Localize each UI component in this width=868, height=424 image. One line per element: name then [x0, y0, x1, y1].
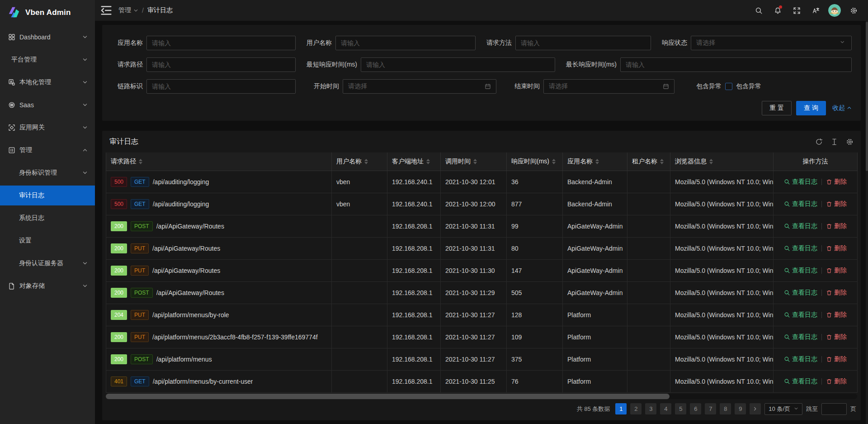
- column-header-client[interactable]: 客户端地址: [387, 152, 441, 171]
- menu-fold-icon[interactable]: [99, 4, 113, 17]
- page-button-4[interactable]: 4: [660, 403, 671, 414]
- browser-cell: Mozilla/5.0 (Windows NT 10.0; Win: [670, 237, 774, 259]
- page-button-6[interactable]: 6: [690, 403, 701, 414]
- column-header-app[interactable]: 应用名称: [563, 152, 627, 171]
- delete-button[interactable]: 删除: [826, 289, 847, 297]
- sort-icon[interactable]: [473, 159, 477, 164]
- sidebar-item-dashboard[interactable]: Dashboard: [0, 27, 95, 47]
- vertical-scrollbar-thumb[interactable]: [866, 22, 868, 171]
- sort-icon[interactable]: [660, 159, 664, 164]
- page-button-3[interactable]: 3: [645, 403, 656, 414]
- sidebar-item-object-storage[interactable]: 对象存储: [0, 276, 95, 296]
- column-header-tenant[interactable]: 租户名称: [627, 152, 670, 171]
- breadcrumb-item[interactable]: 管理: [118, 6, 138, 14]
- refresh-icon[interactable]: [815, 138, 823, 146]
- sidebar-item-platform-management[interactable]: 平台管理: [0, 50, 95, 70]
- delete-button[interactable]: 删除: [826, 178, 847, 186]
- column-header-duration[interactable]: 响应时间(ms): [507, 152, 563, 171]
- sort-icon[interactable]: [552, 159, 556, 164]
- sidebar-item-saas[interactable]: Saas: [0, 95, 95, 115]
- query-button[interactable]: 查 询: [796, 101, 826, 115]
- max-response-time-input[interactable]: [620, 57, 852, 72]
- view-log-button[interactable]: 查看日志: [784, 267, 817, 275]
- row-height-icon[interactable]: [830, 138, 838, 146]
- horizontal-scrollbar[interactable]: [106, 394, 857, 399]
- view-log-button[interactable]: 查看日志: [784, 377, 817, 386]
- delete-button[interactable]: 删除: [826, 311, 847, 319]
- horizontal-scrollbar-thumb[interactable]: [106, 394, 670, 399]
- response-status-select[interactable]: 请选择: [691, 36, 852, 50]
- sidebar-item-management[interactable]: 管理: [0, 140, 95, 160]
- pagination-total: 共 85 条数据: [577, 405, 610, 413]
- view-log-button[interactable]: 查看日志: [784, 178, 817, 186]
- view-log-button[interactable]: 查看日志: [784, 222, 817, 230]
- next-page-button[interactable]: [750, 403, 761, 414]
- trace-id-text-input[interactable]: [152, 83, 290, 90]
- page-button-1[interactable]: 1: [615, 403, 627, 414]
- request-path-text-input[interactable]: [152, 61, 290, 68]
- page-button-5[interactable]: 5: [675, 403, 686, 414]
- sidebar-item-auth-server[interactable]: 身份认证服务器: [0, 253, 95, 273]
- page-button-9[interactable]: 9: [735, 403, 746, 414]
- gear-icon[interactable]: [845, 2, 862, 19]
- fullscreen-icon[interactable]: [788, 2, 805, 19]
- jump-page-input[interactable]: [821, 403, 847, 415]
- page-button-2[interactable]: 2: [630, 403, 642, 414]
- app-name-input[interactable]: [146, 36, 296, 50]
- logo[interactable]: Vben Admin: [0, 0, 95, 25]
- sidebar-item-system-log[interactable]: 系统日志: [0, 208, 95, 228]
- delete-button[interactable]: 删除: [826, 200, 847, 208]
- delete-button[interactable]: 删除: [826, 267, 847, 275]
- app-name-text-input[interactable]: [152, 39, 290, 47]
- column-header-time[interactable]: 调用时间: [441, 152, 507, 171]
- sidebar-item-localization-management[interactable]: 本地化管理: [0, 72, 95, 92]
- bell-icon[interactable]: [769, 2, 786, 19]
- request-method-input[interactable]: [515, 36, 651, 50]
- breadcrumb-item[interactable]: 审计日志: [147, 6, 173, 14]
- sidebar-item-settings[interactable]: 设置: [0, 231, 95, 251]
- delete-button[interactable]: 删除: [826, 244, 847, 252]
- vertical-scrollbar[interactable]: [866, 21, 868, 424]
- column-header-path[interactable]: 请求路径: [106, 152, 332, 171]
- page-button-8[interactable]: 8: [720, 403, 731, 414]
- sidebar-item-audit-log[interactable]: 审计日志: [0, 186, 95, 205]
- user-name-input[interactable]: [335, 36, 476, 50]
- view-log-button[interactable]: 查看日志: [784, 200, 817, 208]
- page-size-select[interactable]: 10 条/页: [764, 403, 802, 415]
- request-path-input[interactable]: [146, 57, 296, 72]
- column-header-user[interactable]: 用户名称: [332, 152, 387, 171]
- search-icon[interactable]: [750, 2, 767, 19]
- sidebar-item-app-gateway[interactable]: 应用网关: [0, 118, 95, 138]
- end-time-date-picker[interactable]: 请选择: [543, 79, 675, 94]
- sort-icon[interactable]: [364, 159, 368, 164]
- column-header-browser[interactable]: 浏览器信息: [670, 152, 774, 171]
- sort-icon[interactable]: [426, 159, 430, 164]
- delete-button[interactable]: 删除: [826, 333, 847, 341]
- delete-button[interactable]: 删除: [826, 222, 847, 230]
- min-response-time-text-input[interactable]: [366, 61, 550, 68]
- trace-id-input[interactable]: [146, 79, 296, 94]
- delete-button[interactable]: 删除: [826, 377, 847, 386]
- sort-icon[interactable]: [139, 159, 142, 164]
- page-button-7[interactable]: 7: [705, 403, 716, 414]
- view-log-button[interactable]: 查看日志: [784, 244, 817, 252]
- user-name-text-input[interactable]: [341, 39, 470, 47]
- min-response-time-input[interactable]: [361, 57, 555, 72]
- start-time-date-picker[interactable]: 请选择: [343, 79, 496, 94]
- view-log-button[interactable]: 查看日志: [784, 333, 817, 341]
- user-avatar[interactable]: [828, 4, 841, 17]
- view-log-button[interactable]: 查看日志: [784, 311, 817, 319]
- translate-icon[interactable]: [807, 2, 824, 19]
- max-response-time-text-input[interactable]: [626, 61, 846, 68]
- delete-button[interactable]: 删除: [826, 355, 847, 363]
- column-settings-icon[interactable]: [846, 138, 854, 146]
- collapse-link[interactable]: 收起: [832, 104, 852, 112]
- sidebar-item-identity-management[interactable]: 身份标识管理: [0, 163, 95, 183]
- request-method-text-input[interactable]: [521, 39, 646, 47]
- sort-icon[interactable]: [709, 159, 713, 164]
- view-log-button[interactable]: 查看日志: [784, 355, 817, 363]
- include-exception-checkbox[interactable]: [725, 83, 732, 90]
- sort-icon[interactable]: [595, 159, 599, 164]
- reset-button[interactable]: 重 置: [762, 101, 792, 115]
- view-log-button[interactable]: 查看日志: [784, 289, 817, 297]
